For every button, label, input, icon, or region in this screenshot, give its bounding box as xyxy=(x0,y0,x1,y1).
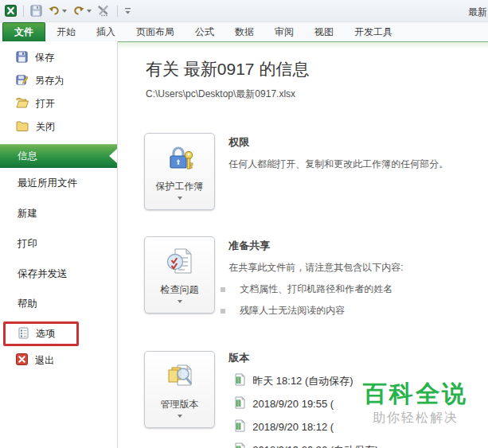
sidebar-item-help[interactable]: 帮助 xyxy=(0,289,117,319)
undo-dropdown-caret[interactable] xyxy=(62,10,67,13)
sidebar-item-label: 关闭 xyxy=(36,120,55,134)
manage-versions-icon xyxy=(164,361,196,395)
section-heading: 权限 xyxy=(228,135,488,150)
window-title: 最新 xyxy=(468,6,487,19)
tab-review[interactable]: 审阅 xyxy=(265,22,303,41)
backstage-sidebar: 保存 另存为 打开 关闭 信息 最近所用文件 新建 打印 保存并发送 帮助 xyxy=(0,41,118,448)
qat-separator xyxy=(117,6,118,17)
bullet-item: 文档属性、打印机路径和作者的姓名 xyxy=(228,282,488,296)
section-heading: 准备共享 xyxy=(228,239,488,253)
exit-icon xyxy=(16,353,28,368)
version-label: 2018/9/20 19:55 ( xyxy=(252,398,334,410)
sidebar-item-label: 退出 xyxy=(35,354,54,368)
protect-workbook-button[interactable]: 保护工作簿 xyxy=(144,133,215,210)
save-as-icon xyxy=(16,74,28,88)
excel-file-icon xyxy=(235,419,245,434)
bullet-item: 残障人士无法阅读的内容 xyxy=(228,304,488,317)
excel-file-icon xyxy=(235,442,245,448)
lock-key-icon xyxy=(164,143,196,177)
watermark-subtitle: 助你轻松解决 xyxy=(363,410,468,427)
file-path: C:\Users\pc\Desktop\最新0917.xlsx xyxy=(146,88,488,101)
sidebar-item-label: 保存 xyxy=(35,51,54,64)
prepare-sharing-text: 准备共享 在共享此文件前，请注意其包含以下内容: 文档属性、打印机路径和作者的姓… xyxy=(228,236,488,317)
prepare-sharing-section: 检查问题 准备共享 在共享此文件前，请注意其包含以下内容: 文档属性、打印机路径… xyxy=(144,236,488,317)
bullet-square-icon xyxy=(221,287,225,292)
sidebar-item-label: 选项 xyxy=(36,327,55,341)
redo-dropdown-caret[interactable] xyxy=(87,10,92,13)
sidebar-item-new[interactable]: 新建 xyxy=(0,198,117,228)
sidebar-item-recent[interactable]: 最近所用文件 xyxy=(0,168,117,198)
sidebar-item-save[interactable]: 保存 xyxy=(0,46,117,69)
tab-home[interactable]: 开始 xyxy=(47,22,85,41)
section-heading: 版本 xyxy=(228,351,488,365)
manage-versions-button[interactable]: 管理版本 xyxy=(144,351,215,428)
check-for-issues-button[interactable]: 检查问题 xyxy=(144,236,215,314)
version-label: 昨天 18:12 (自动保存) xyxy=(252,374,353,388)
options-icon xyxy=(18,327,29,341)
open-folder-icon xyxy=(16,97,29,111)
sidebar-item-close[interactable]: 关闭 xyxy=(0,115,117,138)
sidebar-item-open[interactable]: 打开 xyxy=(0,92,117,115)
customize-qat-dropdown[interactable] xyxy=(123,6,133,17)
ribbon-tab-bar: 文件 开始 插入 页面布局 公式 数据 审阅 视图 开发工具 xyxy=(0,22,488,41)
tab-page-layout[interactable]: 页面布局 xyxy=(127,22,184,41)
sidebar-item-label: 信息 xyxy=(18,150,37,163)
version-label: 2018/9/20 18:12 ( xyxy=(252,421,334,433)
section-body: 在共享此文件前，请注意其包含以下内容: xyxy=(228,260,488,275)
selected-item-notch xyxy=(109,149,117,163)
sidebar-item-label: 打开 xyxy=(36,97,55,111)
titlebar: 最新 xyxy=(0,0,488,22)
tab-view[interactable]: 视图 xyxy=(305,22,343,41)
excel-file-icon xyxy=(235,396,245,411)
button-label: 管理版本 xyxy=(161,398,199,411)
dropdown-caret xyxy=(178,415,182,418)
bullet-text: 文档属性、打印机路径和作者的姓名 xyxy=(240,282,392,296)
button-label: 保护工作簿 xyxy=(156,180,204,193)
undo-button[interactable] xyxy=(46,5,68,18)
sidebar-item-label: 另存为 xyxy=(35,74,64,88)
info-pane: 有关 最新0917 的信息 C:\Users\pc\Desktop\最新0917… xyxy=(118,41,488,448)
permissions-text: 权限 任何人都能打开、复制和更改此工作簿的任何部分。 xyxy=(228,133,488,171)
excel-file-icon xyxy=(235,373,245,388)
version-label: 2018/9/19 20:36 (自动保存) xyxy=(252,443,378,448)
redo-button[interactable] xyxy=(71,5,93,18)
tab-developer[interactable]: 开发工具 xyxy=(345,22,402,41)
annotation-highlight-box: 选项 xyxy=(3,321,79,346)
qat-separator xyxy=(23,6,24,17)
dropdown-caret xyxy=(178,300,182,303)
section-body: 任何人都能打开、复制和更改此工作簿的任何部分。 xyxy=(228,157,488,171)
sidebar-item-print[interactable]: 打印 xyxy=(0,228,117,259)
sidebar-item-info-selected[interactable]: 信息 xyxy=(0,144,117,168)
excel-logo-icon[interactable] xyxy=(3,4,18,18)
save-floppy-icon xyxy=(16,51,28,65)
tab-insert[interactable]: 插入 xyxy=(87,22,125,41)
closed-folder-icon xyxy=(16,120,29,134)
save-icon[interactable] xyxy=(29,4,44,18)
watermark: 百科全说 助你轻松解决 xyxy=(357,380,473,430)
sharing-bullet-list: 文档属性、打印机路径和作者的姓名 残障人士无法阅读的内容 xyxy=(228,282,488,317)
inspect-document-icon xyxy=(164,247,196,280)
sidebar-item-save-and-send[interactable]: 保存并发送 xyxy=(0,259,117,289)
excel-backstage-window: 最新 文件 开始 插入 页面布局 公式 数据 审阅 视图 开发工具 保存 另存为… xyxy=(0,0,488,448)
quick-access-toolbar xyxy=(3,4,133,18)
dropdown-caret xyxy=(178,197,182,200)
bullet-text: 残障人士无法阅读的内容 xyxy=(240,304,345,317)
tab-formulas[interactable]: 公式 xyxy=(185,22,224,41)
sidebar-item-options[interactable]: 选项 xyxy=(6,324,76,344)
sidebar-item-save-as[interactable]: 另存为 xyxy=(0,69,117,92)
tools-icon[interactable] xyxy=(96,4,112,18)
watermark-title: 百科全说 xyxy=(363,381,468,407)
button-label: 检查问题 xyxy=(161,283,199,297)
bullet-square-icon xyxy=(221,309,225,314)
page-title: 有关 最新0917 的信息 xyxy=(146,58,488,80)
sidebar-item-exit[interactable]: 退出 xyxy=(0,349,117,372)
tab-data[interactable]: 数据 xyxy=(225,22,264,41)
backstage-view: 保存 另存为 打开 关闭 信息 最近所用文件 新建 打印 保存并发送 帮助 xyxy=(0,41,488,448)
tab-file[interactable]: 文件 xyxy=(2,22,45,41)
permissions-section: 保护工作簿 权限 任何人都能打开、复制和更改此工作簿的任何部分。 xyxy=(144,133,488,210)
version-item[interactable]: 2018/9/19 20:36 (自动保存) xyxy=(228,438,488,448)
